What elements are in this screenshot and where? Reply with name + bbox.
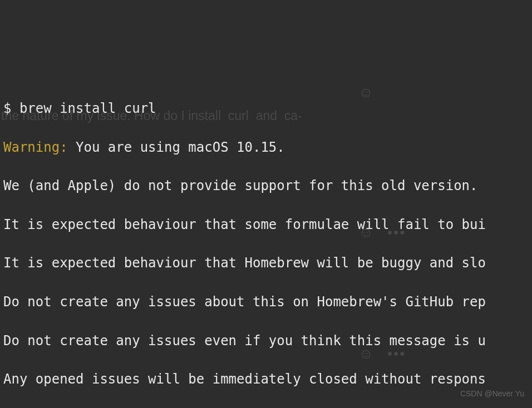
- command-text: brew install curl: [19, 101, 156, 116]
- terminal-output: $ brew install curl Warning: You are usi…: [3, 79, 529, 408]
- warning-message: You are using macOS 10.15.: [68, 140, 285, 155]
- output-line: Any opened issues will be immediately cl…: [3, 370, 529, 389]
- output-line: Do not create any issues about this on H…: [3, 292, 529, 312]
- prompt-symbol: $: [3, 101, 19, 116]
- output-line: It is expected behaviour that Homebrew w…: [3, 253, 529, 273]
- warning-line: Warning: You are using macOS 10.15.: [3, 138, 529, 157]
- output-line: It is expected behaviour that some formu…: [3, 215, 529, 235]
- warning-label: Warning:: [3, 140, 68, 155]
- command-line: $ brew install curl: [3, 99, 529, 118]
- output-line: We (and Apple) do not provide support fo…: [3, 176, 529, 196]
- output-line: Do not create any issues even if you thi…: [3, 331, 529, 351]
